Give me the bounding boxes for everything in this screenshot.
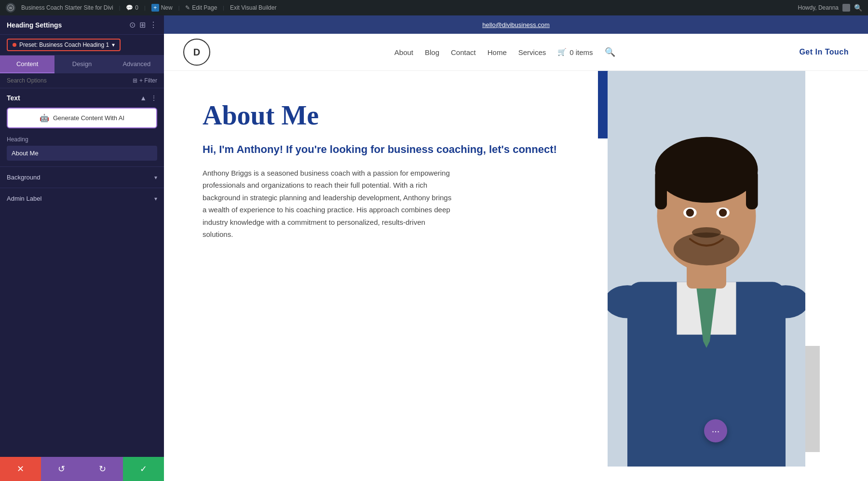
site-name[interactable]: Business Coach Starter Site for Divi	[21, 4, 113, 11]
admin-search-icon[interactable]: 🔍	[854, 4, 862, 12]
howdy-text: Howdy, Deanna	[798, 4, 839, 11]
panel-header: Heading Settings ⊙ ⊞ ⋮	[0, 15, 164, 35]
admin-label-title: Admin Label	[7, 195, 41, 202]
cancel-button[interactable]: ✕	[0, 457, 41, 481]
background-chevron-icon: ▾	[154, 174, 157, 181]
redo-button[interactable]: ↻	[82, 457, 123, 481]
preset-label: Preset: Business Coach Heading 1	[19, 41, 109, 48]
svg-point-14	[719, 209, 727, 217]
nav-about[interactable]: About	[394, 48, 413, 56]
search-options-input[interactable]	[7, 77, 129, 84]
email-link[interactable]: hello@divibusiness.com	[482, 21, 550, 28]
wp-logo-icon[interactable]: W	[6, 3, 15, 13]
left-panel: Heading Settings ⊙ ⊞ ⋮ Preset: Business …	[0, 15, 164, 481]
layout-icon[interactable]: ⊞	[139, 20, 146, 29]
heading-field-input[interactable]	[7, 146, 157, 161]
floating-action-button[interactable]: ···	[704, 419, 727, 442]
svg-rect-10	[746, 170, 758, 209]
preset-badge[interactable]: Preset: Business Coach Heading 1 ▾	[7, 39, 121, 51]
about-body-text: Anthony Briggs is a seasoned business co…	[203, 167, 453, 241]
user-avatar	[842, 4, 850, 12]
nav-home[interactable]: Home	[488, 48, 507, 56]
panel-title: Heading Settings	[7, 21, 62, 29]
nav-services[interactable]: Services	[518, 48, 546, 56]
bar-separator3: |	[178, 5, 180, 11]
site-nav: D About Blog Contact Home Services 🛒 0 i…	[164, 34, 868, 71]
background-section-title: Background	[7, 174, 40, 181]
about-text-side: About Me Hi, I'm Anthony! If you're look…	[164, 71, 598, 481]
heading-field-label: Heading	[7, 136, 157, 143]
panel-content: Text ▲ ⋮ 🤖 Generate Content With AI Head…	[0, 88, 164, 457]
email-bar: hello@divibusiness.com	[164, 15, 868, 34]
bar-separator4: |	[223, 5, 224, 11]
text-section-header[interactable]: Text ▲ ⋮	[0, 88, 164, 106]
admin-bar-left: W Business Coach Starter Site for Divi |…	[6, 3, 276, 13]
section-icons: ▲ ⋮	[140, 94, 157, 102]
site-logo[interactable]: D	[183, 39, 210, 66]
svg-rect-9	[655, 170, 667, 209]
pencil-icon: ✎	[185, 4, 190, 11]
ai-icon: 🤖	[40, 113, 49, 123]
svg-point-12	[686, 209, 694, 217]
right-content: hello@divibusiness.com D About Blog Cont…	[164, 15, 868, 481]
heading-field-group: Heading	[0, 134, 164, 166]
tab-advanced[interactable]: Advanced	[109, 55, 164, 73]
nav-cart[interactable]: 🛒 0 items	[557, 48, 593, 56]
page-content: About Me Hi, I'm Anthony! If you're look…	[164, 71, 868, 481]
edit-page-item[interactable]: ✎ Edit Page	[185, 4, 217, 11]
comments-item[interactable]: 💬 0	[126, 4, 138, 11]
search-options-bar: ⊞ + Filter	[0, 73, 164, 88]
filter-button[interactable]: ⊞ + Filter	[133, 77, 157, 84]
admin-label-section: Admin Label ▾	[0, 188, 164, 209]
cart-icon: 🛒	[557, 48, 567, 56]
bottom-bar: ✕ ↺ ↻ ✓	[0, 457, 164, 481]
nav-contact[interactable]: Contact	[451, 48, 476, 56]
preset-chevron-icon: ▾	[112, 41, 115, 48]
admin-label-chevron-icon: ▾	[154, 195, 157, 202]
collapse-icon[interactable]: ▲	[140, 94, 147, 102]
background-section: Background ▾	[0, 166, 164, 188]
text-section-title: Text	[7, 94, 20, 102]
about-subheading: Hi, I'm Anthony! If you're looking for b…	[203, 142, 569, 157]
about-section: About Me Hi, I'm Anthony! If you're look…	[164, 71, 868, 481]
plus-icon: +	[151, 4, 159, 12]
admin-label-header[interactable]: Admin Label ▾	[0, 188, 164, 209]
wp-admin-bar: W Business Coach Starter Site for Divi |…	[0, 0, 868, 15]
nav-cta[interactable]: Get In Touch	[799, 48, 849, 56]
exit-builder-item[interactable]: Exit Visual Builder	[230, 4, 277, 11]
background-section-header[interactable]: Background ▾	[0, 167, 164, 188]
bar-separator: |	[119, 5, 121, 11]
comment-icon: 💬	[126, 4, 133, 11]
focus-icon[interactable]: ⊙	[129, 20, 136, 29]
tab-content[interactable]: Content	[0, 55, 54, 73]
about-image-side	[598, 71, 820, 481]
new-item[interactable]: + New	[151, 4, 173, 12]
person-illustration	[608, 71, 805, 467]
nav-links: About Blog Contact Home Services 🛒 0 ite…	[394, 47, 615, 57]
preset-bar: Preset: Business Coach Heading 1 ▾	[0, 35, 164, 55]
fab-icon: ···	[712, 426, 720, 437]
panel-header-icons: ⊙ ⊞ ⋮	[129, 20, 157, 29]
more-icon[interactable]: ⋮	[149, 20, 157, 29]
undo-button[interactable]: ↺	[41, 457, 82, 481]
nav-search-icon[interactable]: 🔍	[605, 47, 615, 57]
bar-separator2: |	[144, 5, 146, 11]
filter-icon: ⊞	[133, 77, 137, 84]
preset-dot-icon	[13, 43, 16, 47]
svg-point-8	[655, 137, 758, 203]
cart-count: 0 items	[570, 48, 593, 56]
about-heading: About Me	[203, 100, 569, 131]
generate-content-button[interactable]: 🤖 Generate Content With AI	[7, 108, 157, 128]
svg-point-18	[692, 227, 721, 238]
tab-design[interactable]: Design	[54, 55, 109, 73]
person-photo	[608, 71, 805, 467]
svg-text:W: W	[9, 6, 13, 10]
nav-blog[interactable]: Blog	[425, 48, 439, 56]
section-more-icon[interactable]: ⋮	[150, 94, 157, 102]
admin-bar-right: Howdy, Deanna 🔍	[798, 4, 863, 12]
panel-tabs: Content Design Advanced	[0, 55, 164, 73]
save-button[interactable]: ✓	[123, 457, 164, 481]
